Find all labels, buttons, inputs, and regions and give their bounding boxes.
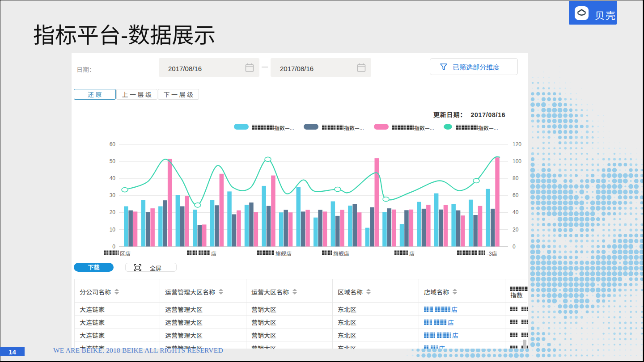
svg-text:10: 10 [110, 225, 116, 233]
svg-text:30: 30 [110, 191, 116, 198]
svg-text:40: 40 [110, 174, 116, 181]
svg-text:60: 60 [110, 140, 116, 147]
svg-text:0: 0 [112, 242, 115, 250]
svg-text:0: 0 [513, 242, 516, 250]
svg-text:20: 20 [513, 225, 519, 233]
svg-text:120: 120 [513, 140, 521, 147]
svg-text:20: 20 [110, 208, 116, 215]
svg-text:60: 60 [513, 191, 519, 198]
svg-text:80: 80 [513, 174, 519, 181]
svg-text:40: 40 [513, 208, 519, 215]
svg-text:50: 50 [110, 157, 116, 164]
svg-text:100: 100 [513, 157, 521, 164]
